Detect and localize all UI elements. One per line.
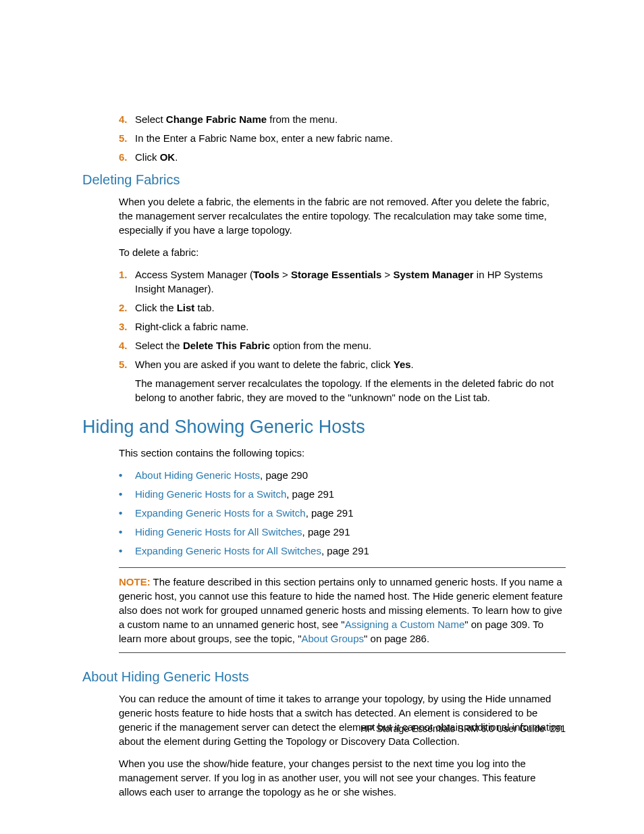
note-text-3: " on page 286. [364, 633, 429, 644]
list-number: 5. [119, 131, 135, 145]
list-text: Right-click a fabric name. [135, 319, 566, 334]
list-item: 2. Click the List tab. [119, 301, 566, 315]
topic-link[interactable]: Expanding Generic Hosts for a Switch [135, 507, 306, 519]
list-text: Expanding Generic Hosts for a Switch, pa… [135, 506, 354, 520]
list-item: • About Hiding Generic Hosts, page 290 [119, 468, 566, 482]
list-text: Hiding Generic Hosts for All Switches, p… [135, 525, 350, 539]
list-item: • Expanding Generic Hosts for All Switch… [119, 544, 566, 558]
list-item: • Expanding Generic Hosts for a Switch, … [119, 506, 566, 520]
list-text: About Hiding Generic Hosts, page 290 [135, 468, 308, 482]
list-item: • Hiding Generic Hosts for All Switches,… [119, 525, 566, 539]
heading-about-hiding: About Hiding Generic Hosts [82, 669, 566, 685]
bullet-icon: • [119, 506, 135, 520]
bullet-icon: • [119, 544, 135, 558]
list-number: 6. [119, 150, 135, 164]
list-item: • Hiding Generic Hosts for a Switch, pag… [119, 487, 566, 501]
list-text: Click OK. [135, 150, 566, 164]
delete-ordered-list: 1. Access System Manager (Tools > Storag… [119, 267, 566, 405]
bullet-icon: • [119, 468, 135, 482]
topic-link-list: • About Hiding Generic Hosts, page 290 •… [119, 468, 566, 558]
paragraph: When you use the show/hide feature, your… [119, 756, 566, 799]
list-item: 4. Select Change Fabric Name from the me… [119, 112, 566, 126]
list-number: 4. [119, 112, 135, 126]
paragraph: When you delete a fabric, the elements i… [119, 194, 566, 237]
list-item: 3. Right-click a fabric name. [119, 319, 566, 334]
list-text: Expanding Generic Hosts for All Switches… [135, 544, 369, 558]
list-text: When you are asked if you want to delete… [135, 357, 566, 405]
list-number: 5. [119, 357, 135, 405]
page-number: 291 [550, 723, 566, 734]
paragraph: To delete a fabric: [119, 245, 566, 259]
list-item: 5. When you are asked if you want to del… [119, 357, 566, 405]
topic-link[interactable]: Hiding Generic Hosts for All Switches [135, 526, 302, 538]
topic-link[interactable]: Hiding Generic Hosts for a Switch [135, 488, 286, 500]
list-number: 2. [119, 301, 135, 315]
list-text: Access System Manager (Tools > Storage E… [135, 267, 566, 296]
note-link-2[interactable]: About Groups [301, 633, 364, 644]
top-ordered-list: 4. Select Change Fabric Name from the me… [119, 112, 566, 164]
list-number: 4. [119, 338, 135, 353]
list-number: 3. [119, 319, 135, 334]
note-label: NOTE: [119, 576, 151, 588]
heading-deleting-fabrics: Deleting Fabrics [82, 172, 566, 188]
list-text: Select the Delete This Fabric option fro… [135, 338, 566, 353]
paragraph: This section contains the following topi… [119, 446, 566, 460]
list-item: 1. Access System Manager (Tools > Storag… [119, 267, 566, 296]
note-box: NOTE: The feature described in this sect… [119, 567, 566, 653]
page-footer: HP Storage Essentials SRM 6.0 User Guide… [360, 723, 566, 734]
list-text: Click the List tab. [135, 301, 566, 315]
heading-hiding-showing: Hiding and Showing Generic Hosts [82, 417, 566, 438]
list-subtext: The management server recalculates the t… [135, 376, 566, 405]
paragraph: You can reduce the amount of time it tak… [119, 692, 566, 748]
list-text: Select Change Fabric Name from the menu. [135, 112, 566, 126]
document-page: 4. Select Change Fabric Name from the me… [0, 0, 644, 799]
topic-link[interactable]: About Hiding Generic Hosts [135, 469, 260, 481]
list-number: 1. [119, 267, 135, 296]
note-link-1[interactable]: Assigning a Custom Name [345, 619, 465, 630]
list-text: In the Enter a Fabric Name box, enter a … [135, 131, 566, 145]
bullet-icon: • [119, 487, 135, 501]
footer-title: HP Storage Essentials SRM 6.0 User Guide [360, 723, 545, 734]
list-item: 6. Click OK. [119, 150, 566, 164]
bullet-icon: • [119, 525, 135, 539]
topic-link[interactable]: Expanding Generic Hosts for All Switches [135, 545, 321, 556]
list-item: 5. In the Enter a Fabric Name box, enter… [119, 131, 566, 145]
list-item: 4. Select the Delete This Fabric option … [119, 338, 566, 353]
list-text: Hiding Generic Hosts for a Switch, page … [135, 487, 334, 501]
